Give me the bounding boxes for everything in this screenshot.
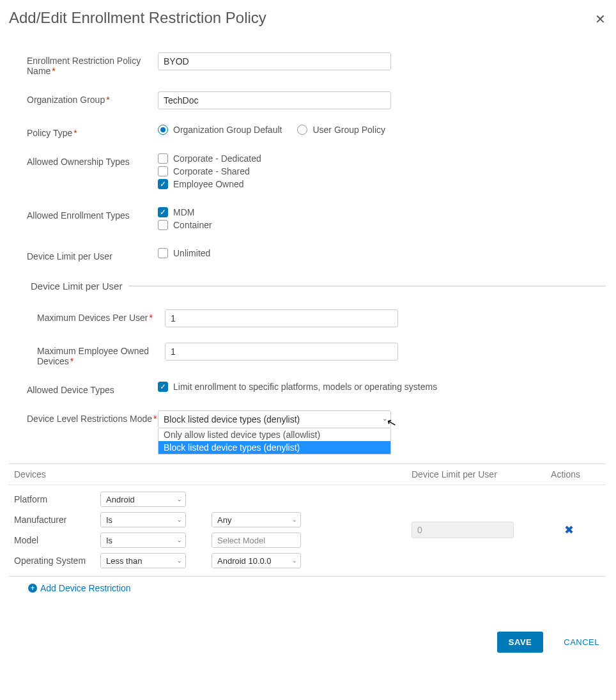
plus-icon: + <box>28 584 37 593</box>
ownership-employee-owned-label: Employee Owned <box>173 179 244 189</box>
model-value-select[interactable]: Select Model <box>212 533 301 548</box>
close-icon[interactable]: ✕ <box>595 12 606 27</box>
chevron-down-icon: ⌄ <box>382 415 387 422</box>
delete-icon[interactable]: ✖ <box>564 523 574 537</box>
save-button[interactable]: SAVE <box>497 632 543 653</box>
ownership-corporate-dedicated-label: Corporate - Dedicated <box>173 153 261 164</box>
grid-header-devices: Devices <box>9 469 412 479</box>
os-label: Operating System <box>14 556 100 566</box>
manufacturer-label: Manufacturer <box>14 515 100 525</box>
max-devices-input[interactable] <box>165 309 398 327</box>
dialog-container: Add/Edit Enrollment Restriction Policy ✕… <box>0 0 616 669</box>
form-section: Enrollment Restriction Policy Name* Orga… <box>9 52 606 428</box>
manufacturer-op-select[interactable]: Is⌄ <box>100 512 186 527</box>
limit-enrollment-checkbox[interactable] <box>158 382 168 392</box>
ownership-corporate-shared-checkbox[interactable] <box>158 166 168 176</box>
devices-grid: Devices Device Limit per User Actions Pl… <box>9 463 606 593</box>
policy-type-radio-usergroup[interactable] <box>297 125 307 135</box>
unlimited-checkbox[interactable] <box>158 248 168 258</box>
ownership-corporate-shared-label: Corporate - Shared <box>173 166 250 176</box>
policy-name-input[interactable] <box>158 52 391 70</box>
section-header-device-limit: Device Limit per User <box>27 281 606 292</box>
manufacturer-value-select[interactable]: Any⌄ <box>212 512 301 527</box>
platform-label: Platform <box>14 494 100 504</box>
platform-select[interactable]: Android⌄ <box>100 492 186 507</box>
device-limit-input[interactable] <box>412 522 514 538</box>
model-op-select[interactable]: Is⌄ <box>100 533 186 548</box>
dialog-title: Add/Edit Enrollment Restriction Policy <box>9 9 606 27</box>
restrictions-mode-dropdown: Only allow listed device types (allowlis… <box>158 428 391 455</box>
policy-type-radio-default[interactable] <box>158 125 168 135</box>
org-group-input[interactable] <box>158 91 391 109</box>
policy-type-label: Policy Type* <box>27 125 158 138</box>
enrollment-mdm-checkbox[interactable] <box>158 207 168 217</box>
enrollment-mdm-label: MDM <box>173 207 194 217</box>
limit-enrollment-label: Limit enrollment to specific platforms, … <box>173 382 437 392</box>
restrictions-mode-label: Device Level Restrictions Mode* <box>27 410 158 424</box>
device-limit-flag-label: Device Limit per User <box>27 248 158 261</box>
unlimited-label: Unlimited <box>173 248 210 258</box>
add-device-restriction-link[interactable]: + Add Device Restriction <box>9 583 606 593</box>
grid-header-limit: Device Limit per User <box>412 469 520 479</box>
policy-name-label: Enrollment Restriction Policy Name* <box>27 52 158 76</box>
enrollment-container-checkbox[interactable] <box>158 220 168 230</box>
ownership-employee-owned-checkbox[interactable] <box>158 179 168 189</box>
os-value-select[interactable]: Android 10.0.0⌄ <box>212 553 301 568</box>
org-group-label: Organization Group* <box>27 91 158 105</box>
enrollment-container-label: Container <box>173 220 212 230</box>
model-label: Model <box>14 535 100 545</box>
cancel-button[interactable]: CANCEL <box>560 637 603 648</box>
max-employee-input[interactable] <box>165 343 398 361</box>
policy-type-radio-usergroup-label: User Group Policy <box>312 125 385 135</box>
max-employee-label: Maximum Employee Owned Devices* <box>37 343 165 366</box>
restrictions-mode-option-denylist[interactable]: Block listed device types (denylist) <box>158 441 390 454</box>
os-op-select[interactable]: Less than⌄ <box>100 553 186 568</box>
enrollment-label: Allowed Enrollment Types <box>27 207 158 221</box>
allowed-device-types-label: Allowed Device Types <box>27 382 158 395</box>
ownership-corporate-dedicated-checkbox[interactable] <box>158 153 168 164</box>
restrictions-mode-option-allowlist[interactable]: Only allow listed device types (allowlis… <box>158 428 390 441</box>
max-devices-label: Maximum Devices Per User* <box>37 309 165 323</box>
ownership-label: Allowed Ownership Types <box>27 153 158 167</box>
restrictions-mode-select[interactable]: Block listed device types (denylist) <box>158 410 391 428</box>
grid-header-actions: Actions <box>520 469 606 479</box>
policy-type-radio-default-label: Organization Group Default <box>173 125 282 135</box>
